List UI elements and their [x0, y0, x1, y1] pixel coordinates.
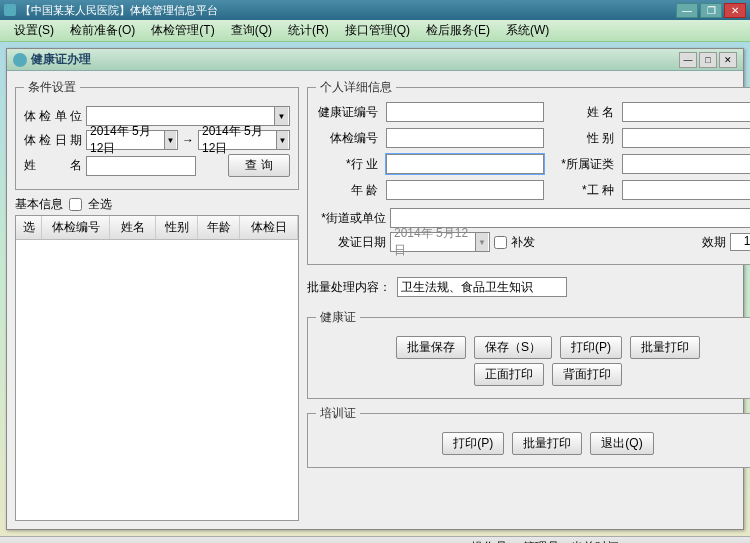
titlebar: 【中国某某人民医院】体检管理信息平台 — ❐ ✕ — [0, 0, 750, 20]
selectall-checkbox[interactable] — [69, 198, 82, 211]
detail-fieldset: 个人详细信息 健康证编号 姓 名 体检编号 性 别 *行 业 *所属证类 年 龄 — [307, 79, 750, 265]
date-to-input[interactable]: 2014年 5月12日▼ — [198, 130, 290, 150]
certno-input[interactable] — [386, 102, 544, 122]
basicinfo-title: 基本信息 — [15, 196, 63, 213]
menu-interface[interactable]: 接口管理(Q) — [337, 20, 418, 41]
train-batch-print-button[interactable]: 批量打印 — [512, 432, 582, 455]
issuedate-label: 发证日期 — [316, 234, 386, 251]
menu-postcheck[interactable]: 检后服务(E) — [418, 20, 498, 41]
chevron-down-icon[interactable]: ▼ — [276, 131, 288, 149]
chevron-down-icon[interactable]: ▼ — [475, 233, 488, 251]
street-label: *街道或单位 — [316, 210, 386, 227]
valid-spinner[interactable]: 1 — [730, 233, 750, 251]
health-fieldset: 健康证 批量保存 保存（S） 打印(P) 批量打印 正面打印 背面打印 — [307, 309, 750, 399]
basicinfo-tbody[interactable] — [16, 240, 298, 520]
sex-input[interactable] — [622, 128, 750, 148]
batch-input[interactable] — [397, 277, 567, 297]
date-label: 体检日期 — [24, 132, 82, 149]
back-print-button[interactable]: 背面打印 — [552, 363, 622, 386]
menu-settings[interactable]: 设置(S) — [6, 20, 62, 41]
reissue-label: 补发 — [511, 234, 535, 251]
date-from-input[interactable]: 2014年 5月12日▼ — [86, 130, 178, 150]
th-age[interactable]: 年龄 — [198, 216, 240, 239]
name-label: 姓 名 — [24, 157, 82, 174]
industry-input[interactable] — [386, 154, 544, 174]
restore-button[interactable]: ❐ — [700, 3, 722, 18]
age-input[interactable] — [386, 180, 544, 200]
issuedate-input[interactable]: 2014年 5月12日▼ — [390, 232, 490, 252]
subwindow: 健康证办理 — □ ✕ 条件设置 体检单位 ▼ 体检日期 2014年 5月12日… — [6, 48, 744, 530]
subwin-maximize-button[interactable]: □ — [699, 52, 717, 68]
th-name[interactable]: 姓名 — [110, 216, 156, 239]
subwindow-icon — [13, 53, 27, 67]
time-label: 当前时间： — [571, 539, 631, 543]
th-select[interactable]: 选 — [16, 216, 42, 239]
detail-legend: 个人详细信息 — [316, 79, 396, 96]
checkno-label: 体检编号 — [316, 130, 378, 147]
menu-stats[interactable]: 统计(R) — [280, 20, 337, 41]
menu-manage[interactable]: 体检管理(T) — [143, 20, 222, 41]
subwin-minimize-button[interactable]: — — [679, 52, 697, 68]
chevron-down-icon[interactable]: ▼ — [274, 107, 288, 125]
basicinfo-table: 选 体检编号 姓名 性别 年龄 体检日 — [15, 215, 299, 521]
date-arrow: → — [182, 133, 194, 147]
operator-value: 管理员 — [523, 539, 559, 543]
batch-print-button[interactable]: 批量打印 — [630, 336, 700, 359]
print-button[interactable]: 打印(P) — [560, 336, 622, 359]
minimize-button[interactable]: — — [676, 3, 698, 18]
statusbar: 操作员： 管理员 当前时间： 2014-5-12 11:29:08 — [0, 536, 750, 543]
titlebar-text: 【中国某某人民医院】体检管理信息平台 — [20, 3, 676, 18]
checkno-input[interactable] — [386, 128, 544, 148]
batch-save-button[interactable]: 批量保存 — [396, 336, 466, 359]
th-sex[interactable]: 性别 — [156, 216, 198, 239]
menu-precheck[interactable]: 检前准备(O) — [62, 20, 143, 41]
dname-label: 姓 名 — [552, 104, 614, 121]
close-button[interactable]: ✕ — [724, 3, 746, 18]
exit-button[interactable]: 退出(Q) — [590, 432, 653, 455]
industry-label: *行 业 — [316, 156, 378, 173]
query-button[interactable]: 查 询 — [228, 154, 290, 177]
valid-label: 效期 — [702, 234, 726, 251]
subwindow-titlebar: 健康证办理 — □ ✕ — [7, 49, 743, 71]
menubar: 设置(S) 检前准备(O) 体检管理(T) 查询(Q) 统计(R) 接口管理(Q… — [0, 20, 750, 42]
app-icon — [4, 4, 16, 16]
batch-label: 批量处理内容： — [307, 279, 391, 296]
job-label: *工 种 — [552, 182, 614, 199]
operator-label: 操作员： — [471, 539, 519, 543]
menu-query[interactable]: 查询(Q) — [223, 20, 280, 41]
th-date[interactable]: 体检日 — [240, 216, 298, 239]
certtype-input[interactable] — [622, 154, 750, 174]
train-legend: 培训证 — [316, 405, 360, 422]
conditions-fieldset: 条件设置 体检单位 ▼ 体检日期 2014年 5月12日▼ → 2014年 5月… — [15, 79, 299, 190]
save-button[interactable]: 保存（S） — [474, 336, 552, 359]
train-fieldset: 培训证 打印(P) 批量打印 退出(Q) — [307, 405, 750, 468]
unit-label: 体检单位 — [24, 108, 82, 125]
th-id[interactable]: 体检编号 — [42, 216, 110, 239]
job-input[interactable] — [622, 180, 750, 200]
dname-input[interactable] — [622, 102, 750, 122]
reissue-checkbox[interactable] — [494, 236, 507, 249]
age-label: 年 龄 — [316, 182, 378, 199]
certno-label: 健康证编号 — [316, 104, 378, 121]
chevron-down-icon[interactable]: ▼ — [164, 131, 176, 149]
selectall-label: 全选 — [88, 196, 112, 213]
subwindow-title: 健康证办理 — [31, 51, 679, 68]
menu-system[interactable]: 系统(W) — [498, 20, 557, 41]
subwin-close-button[interactable]: ✕ — [719, 52, 737, 68]
name-input[interactable] — [86, 156, 196, 176]
train-print-button[interactable]: 打印(P) — [442, 432, 504, 455]
certtype-label: *所属证类 — [552, 156, 614, 173]
health-legend: 健康证 — [316, 309, 360, 326]
sex-label: 性 别 — [552, 130, 614, 147]
conditions-legend: 条件设置 — [24, 79, 80, 96]
front-print-button[interactable]: 正面打印 — [474, 363, 544, 386]
